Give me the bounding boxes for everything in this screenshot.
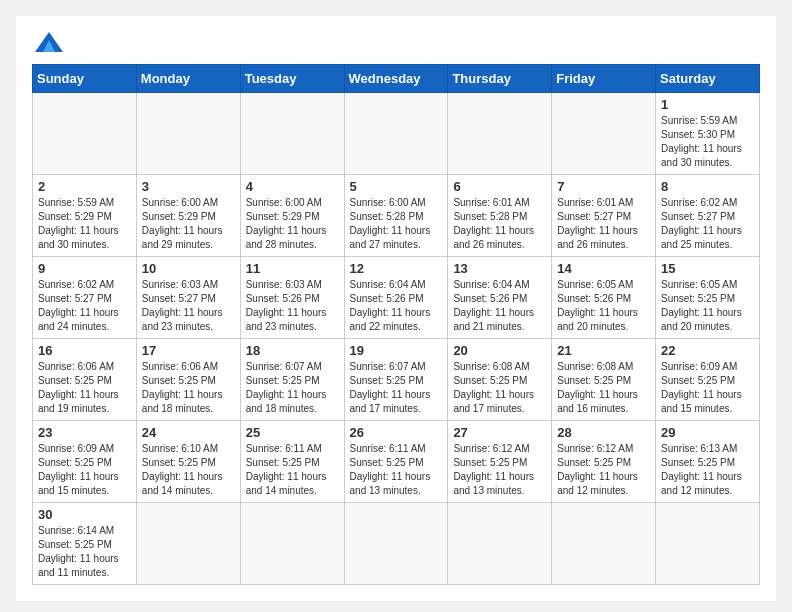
calendar-cell: 5Sunrise: 6:00 AM Sunset: 5:28 PM Daylig… <box>344 175 448 257</box>
calendar-cell: 21Sunrise: 6:08 AM Sunset: 5:25 PM Dayli… <box>552 339 656 421</box>
calendar-cell: 2Sunrise: 5:59 AM Sunset: 5:29 PM Daylig… <box>33 175 137 257</box>
calendar-cell: 12Sunrise: 6:04 AM Sunset: 5:26 PM Dayli… <box>344 257 448 339</box>
day-number: 25 <box>246 425 339 440</box>
calendar-cell <box>136 93 240 175</box>
calendar-cell <box>552 93 656 175</box>
calendar-cell <box>136 503 240 585</box>
day-info: Sunrise: 6:01 AM Sunset: 5:28 PM Dayligh… <box>453 196 546 252</box>
day-info: Sunrise: 6:04 AM Sunset: 5:26 PM Dayligh… <box>350 278 443 334</box>
calendar-cell: 28Sunrise: 6:12 AM Sunset: 5:25 PM Dayli… <box>552 421 656 503</box>
calendar-cell: 7Sunrise: 6:01 AM Sunset: 5:27 PM Daylig… <box>552 175 656 257</box>
week-row-0: 1Sunrise: 5:59 AM Sunset: 5:30 PM Daylig… <box>33 93 760 175</box>
day-number: 27 <box>453 425 546 440</box>
day-info: Sunrise: 6:08 AM Sunset: 5:25 PM Dayligh… <box>557 360 650 416</box>
calendar-cell: 14Sunrise: 6:05 AM Sunset: 5:26 PM Dayli… <box>552 257 656 339</box>
calendar-cell: 30Sunrise: 6:14 AM Sunset: 5:25 PM Dayli… <box>33 503 137 585</box>
day-number: 8 <box>661 179 754 194</box>
day-info: Sunrise: 6:12 AM Sunset: 5:25 PM Dayligh… <box>453 442 546 498</box>
calendar-cell <box>656 503 760 585</box>
day-number: 18 <box>246 343 339 358</box>
day-number: 28 <box>557 425 650 440</box>
day-number: 3 <box>142 179 235 194</box>
day-number: 11 <box>246 261 339 276</box>
calendar-cell: 1Sunrise: 5:59 AM Sunset: 5:30 PM Daylig… <box>656 93 760 175</box>
calendar-cell <box>448 503 552 585</box>
day-number: 7 <box>557 179 650 194</box>
day-number: 10 <box>142 261 235 276</box>
day-number: 22 <box>661 343 754 358</box>
calendar-cell: 6Sunrise: 6:01 AM Sunset: 5:28 PM Daylig… <box>448 175 552 257</box>
weekday-header-tuesday: Tuesday <box>240 65 344 93</box>
calendar-cell: 13Sunrise: 6:04 AM Sunset: 5:26 PM Dayli… <box>448 257 552 339</box>
calendar-cell <box>552 503 656 585</box>
day-number: 19 <box>350 343 443 358</box>
day-number: 26 <box>350 425 443 440</box>
calendar-cell: 18Sunrise: 6:07 AM Sunset: 5:25 PM Dayli… <box>240 339 344 421</box>
weekday-header-monday: Monday <box>136 65 240 93</box>
day-info: Sunrise: 6:11 AM Sunset: 5:25 PM Dayligh… <box>246 442 339 498</box>
calendar-cell: 27Sunrise: 6:12 AM Sunset: 5:25 PM Dayli… <box>448 421 552 503</box>
calendar-cell: 8Sunrise: 6:02 AM Sunset: 5:27 PM Daylig… <box>656 175 760 257</box>
week-row-1: 2Sunrise: 5:59 AM Sunset: 5:29 PM Daylig… <box>33 175 760 257</box>
logo-icon <box>35 32 63 52</box>
day-number: 4 <box>246 179 339 194</box>
day-number: 24 <box>142 425 235 440</box>
calendar-cell: 16Sunrise: 6:06 AM Sunset: 5:25 PM Dayli… <box>33 339 137 421</box>
day-number: 21 <box>557 343 650 358</box>
day-number: 29 <box>661 425 754 440</box>
day-info: Sunrise: 6:06 AM Sunset: 5:25 PM Dayligh… <box>142 360 235 416</box>
page: SundayMondayTuesdayWednesdayThursdayFrid… <box>16 16 776 601</box>
day-info: Sunrise: 6:07 AM Sunset: 5:25 PM Dayligh… <box>350 360 443 416</box>
day-number: 17 <box>142 343 235 358</box>
calendar-cell: 23Sunrise: 6:09 AM Sunset: 5:25 PM Dayli… <box>33 421 137 503</box>
day-number: 6 <box>453 179 546 194</box>
calendar-cell <box>344 93 448 175</box>
day-info: Sunrise: 6:08 AM Sunset: 5:25 PM Dayligh… <box>453 360 546 416</box>
day-info: Sunrise: 6:03 AM Sunset: 5:27 PM Dayligh… <box>142 278 235 334</box>
day-number: 13 <box>453 261 546 276</box>
day-info: Sunrise: 6:00 AM Sunset: 5:29 PM Dayligh… <box>142 196 235 252</box>
day-info: Sunrise: 6:09 AM Sunset: 5:25 PM Dayligh… <box>38 442 131 498</box>
day-info: Sunrise: 5:59 AM Sunset: 5:29 PM Dayligh… <box>38 196 131 252</box>
day-info: Sunrise: 6:13 AM Sunset: 5:25 PM Dayligh… <box>661 442 754 498</box>
weekday-header-friday: Friday <box>552 65 656 93</box>
day-info: Sunrise: 5:59 AM Sunset: 5:30 PM Dayligh… <box>661 114 754 170</box>
calendar-cell: 9Sunrise: 6:02 AM Sunset: 5:27 PM Daylig… <box>33 257 137 339</box>
weekday-header-wednesday: Wednesday <box>344 65 448 93</box>
day-info: Sunrise: 6:03 AM Sunset: 5:26 PM Dayligh… <box>246 278 339 334</box>
day-number: 2 <box>38 179 131 194</box>
calendar-cell <box>448 93 552 175</box>
calendar-cell: 19Sunrise: 6:07 AM Sunset: 5:25 PM Dayli… <box>344 339 448 421</box>
day-info: Sunrise: 6:07 AM Sunset: 5:25 PM Dayligh… <box>246 360 339 416</box>
day-info: Sunrise: 6:05 AM Sunset: 5:26 PM Dayligh… <box>557 278 650 334</box>
day-info: Sunrise: 6:06 AM Sunset: 5:25 PM Dayligh… <box>38 360 131 416</box>
calendar-cell <box>344 503 448 585</box>
day-info: Sunrise: 6:04 AM Sunset: 5:26 PM Dayligh… <box>453 278 546 334</box>
day-number: 14 <box>557 261 650 276</box>
calendar-cell <box>240 93 344 175</box>
day-info: Sunrise: 6:02 AM Sunset: 5:27 PM Dayligh… <box>38 278 131 334</box>
calendar-cell <box>240 503 344 585</box>
day-info: Sunrise: 6:05 AM Sunset: 5:25 PM Dayligh… <box>661 278 754 334</box>
weekday-header-row: SundayMondayTuesdayWednesdayThursdayFrid… <box>33 65 760 93</box>
day-info: Sunrise: 6:10 AM Sunset: 5:25 PM Dayligh… <box>142 442 235 498</box>
day-number: 12 <box>350 261 443 276</box>
day-info: Sunrise: 6:02 AM Sunset: 5:27 PM Dayligh… <box>661 196 754 252</box>
calendar-cell: 3Sunrise: 6:00 AM Sunset: 5:29 PM Daylig… <box>136 175 240 257</box>
calendar-cell: 17Sunrise: 6:06 AM Sunset: 5:25 PM Dayli… <box>136 339 240 421</box>
day-number: 20 <box>453 343 546 358</box>
day-number: 23 <box>38 425 131 440</box>
day-number: 15 <box>661 261 754 276</box>
week-row-2: 9Sunrise: 6:02 AM Sunset: 5:27 PM Daylig… <box>33 257 760 339</box>
day-info: Sunrise: 6:01 AM Sunset: 5:27 PM Dayligh… <box>557 196 650 252</box>
calendar-cell: 4Sunrise: 6:00 AM Sunset: 5:29 PM Daylig… <box>240 175 344 257</box>
calendar-cell: 29Sunrise: 6:13 AM Sunset: 5:25 PM Dayli… <box>656 421 760 503</box>
day-number: 16 <box>38 343 131 358</box>
day-number: 1 <box>661 97 754 112</box>
header <box>32 32 760 52</box>
calendar-cell: 22Sunrise: 6:09 AM Sunset: 5:25 PM Dayli… <box>656 339 760 421</box>
calendar-cell: 15Sunrise: 6:05 AM Sunset: 5:25 PM Dayli… <box>656 257 760 339</box>
weekday-header-saturday: Saturday <box>656 65 760 93</box>
calendar-cell <box>33 93 137 175</box>
calendar-cell: 20Sunrise: 6:08 AM Sunset: 5:25 PM Dayli… <box>448 339 552 421</box>
